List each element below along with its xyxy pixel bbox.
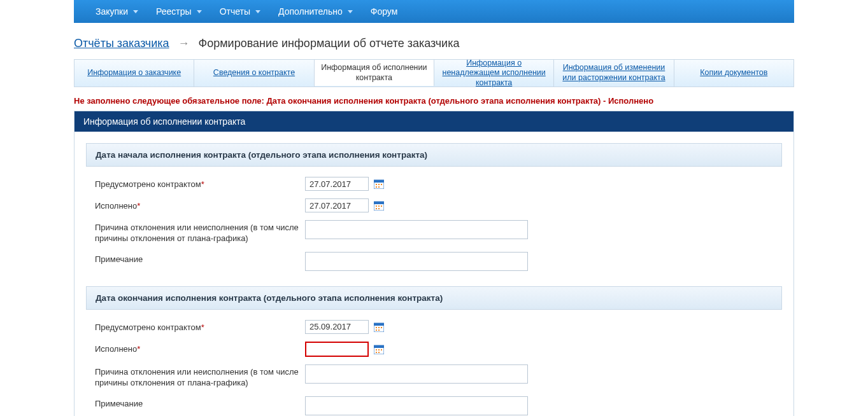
arrow-right-icon: → (178, 37, 190, 50)
calendar-icon[interactable] (374, 200, 384, 211)
breadcrumb: Отчёты заказчика → Формирование информац… (74, 23, 794, 59)
row-end-done: Исполнено* (86, 338, 782, 361)
label-start-done: Исполнено* (95, 198, 305, 212)
section-end-date: Дата окончания исполнения контракта (отд… (86, 286, 782, 310)
nav-forum[interactable]: Форум (362, 0, 407, 23)
breadcrumb-current: Формирование информации об отчете заказч… (199, 37, 460, 50)
panel-title: Информация об исполнении контракта (75, 111, 793, 132)
svg-rect-10 (378, 205, 380, 207)
tab-contract-info[interactable]: Сведения о контракте (194, 60, 314, 87)
svg-rect-8 (374, 202, 384, 204)
svg-rect-16 (376, 327, 377, 328)
label-start-contract: Предусмотрено контрактом* (95, 177, 305, 190)
input-start-done-date[interactable] (305, 198, 369, 212)
svg-rect-6 (378, 186, 380, 188)
label-start-reason: Причина отклонения или неисполнения (в т… (95, 220, 305, 244)
svg-rect-11 (381, 205, 382, 207)
svg-rect-20 (378, 329, 380, 331)
svg-rect-1 (374, 180, 384, 183)
tab-customer-info[interactable]: Информация о заказчике (75, 60, 194, 87)
tab-change-termination[interactable]: Информация об изменении или расторжении … (554, 60, 674, 87)
row-end-reason: Причина отклонения или неисполнения (в т… (86, 361, 782, 392)
svg-rect-5 (376, 186, 377, 188)
textarea-start-reason[interactable] (305, 220, 528, 239)
label-end-note: Примечание (95, 396, 305, 410)
panel: Информация об исполнении контракта Дата … (74, 111, 794, 416)
breadcrumb-link[interactable]: Отчёты заказчика (74, 37, 169, 50)
calendar-icon[interactable] (374, 344, 384, 354)
validation-error: Не заполнено следующее обязательное поле… (74, 87, 794, 111)
calendar-icon[interactable] (374, 179, 384, 189)
section-start-date: Дата начала исполнения контракта (отдель… (86, 143, 782, 167)
svg-rect-13 (378, 208, 380, 209)
svg-rect-27 (378, 352, 380, 353)
svg-rect-12 (376, 208, 377, 209)
row-start-done: Исполнено* (86, 195, 782, 216)
input-end-contract-date[interactable] (305, 320, 369, 334)
svg-rect-18 (381, 327, 382, 328)
nav-otchety[interactable]: Отчеты (211, 0, 269, 23)
svg-rect-19 (376, 329, 377, 331)
svg-rect-24 (378, 349, 380, 350)
tab-documents[interactable]: Копии документов (674, 60, 793, 87)
svg-rect-25 (381, 349, 382, 350)
svg-rect-15 (374, 323, 384, 326)
input-end-done-date[interactable] (305, 342, 369, 357)
nav-zakupki[interactable]: Закупки (87, 0, 147, 23)
svg-rect-2 (376, 184, 377, 185)
tabs: Информация о заказчике Сведения о контра… (74, 59, 794, 87)
nav-dopolnitelno[interactable]: Дополнительно (269, 0, 362, 23)
svg-rect-4 (381, 184, 382, 185)
svg-rect-26 (376, 352, 377, 353)
input-start-contract-date[interactable] (305, 177, 369, 191)
svg-rect-9 (376, 205, 377, 207)
row-start-reason: Причина отклонения или неисполнения (в т… (86, 216, 782, 248)
row-end-contract: Предусмотрено контрактом* (86, 316, 782, 338)
svg-rect-17 (378, 327, 380, 328)
label-start-note: Примечание (95, 252, 305, 265)
tab-execution-info[interactable]: Информация об исполнении контракта (315, 59, 434, 86)
svg-rect-23 (376, 349, 377, 350)
label-end-contract: Предусмотрено контрактом* (95, 320, 305, 333)
chevron-down-icon (255, 10, 260, 13)
row-start-contract: Предусмотрено контрактом* (86, 173, 782, 195)
tab-improper-execution[interactable]: Информация о ненадлежащем исполнении кон… (434, 60, 554, 87)
calendar-icon[interactable] (374, 322, 384, 332)
chevron-down-icon (348, 10, 353, 13)
label-end-reason: Причина отклонения или неисполнения (в т… (95, 364, 305, 389)
textarea-start-note[interactable] (305, 252, 528, 271)
textarea-end-note[interactable] (305, 396, 528, 415)
label-end-done: Исполнено* (95, 342, 305, 355)
svg-rect-3 (378, 184, 380, 185)
row-start-note: Примечание (86, 248, 782, 275)
chevron-down-icon (197, 10, 202, 13)
row-end-note: Примечание (86, 392, 782, 416)
textarea-end-reason[interactable] (305, 364, 528, 384)
chevron-down-icon (133, 10, 138, 13)
svg-rect-22 (374, 345, 384, 348)
top-nav: Закупки Реестры Отчеты Дополнительно Фор… (74, 0, 794, 23)
nav-reestry[interactable]: Реестры (147, 0, 211, 23)
